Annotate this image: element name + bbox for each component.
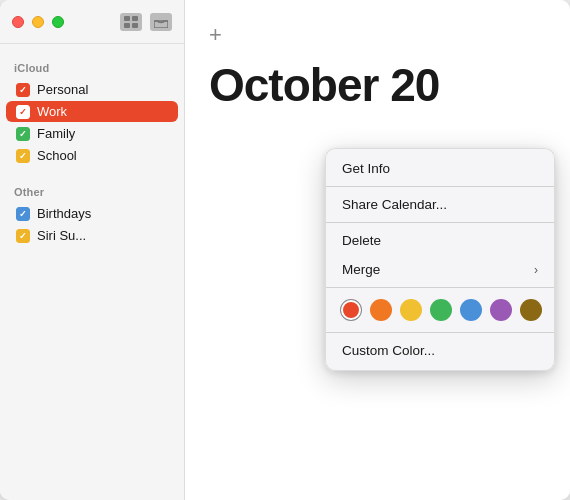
checkmark-icon: ✓ — [19, 129, 27, 139]
maximize-button[interactable] — [52, 16, 64, 28]
color-purple-button[interactable] — [490, 299, 512, 321]
chevron-right-icon: › — [534, 263, 538, 277]
menu-separator-3 — [326, 287, 554, 288]
sidebar-item-school[interactable]: ✓ School — [6, 145, 178, 166]
family-checkbox[interactable]: ✓ — [16, 127, 30, 141]
menu-item-get-info[interactable]: Get Info — [326, 154, 554, 183]
menu-item-custom-color-label: Custom Color... — [342, 343, 435, 358]
sidebar-item-family[interactable]: ✓ Family — [6, 123, 178, 144]
menu-item-merge[interactable]: Merge › — [326, 255, 554, 284]
app-window: iCloud ✓ Personal ✓ Work ✓ Family — [0, 0, 570, 500]
menu-separator-1 — [326, 186, 554, 187]
personal-label: Personal — [37, 82, 88, 97]
svg-rect-2 — [124, 23, 130, 28]
sidebar-item-birthdays[interactable]: ✓ Birthdays — [6, 203, 178, 224]
color-yellow-button[interactable] — [400, 299, 422, 321]
titlebar-icons — [120, 13, 172, 31]
color-picker-row — [326, 291, 554, 329]
sidebar: iCloud ✓ Personal ✓ Work ✓ Family — [0, 0, 185, 500]
menu-separator-2 — [326, 222, 554, 223]
family-label: Family — [37, 126, 75, 141]
work-checkbox[interactable]: ✓ — [16, 105, 30, 119]
siri-checkbox[interactable]: ✓ — [16, 229, 30, 243]
school-checkbox[interactable]: ✓ — [16, 149, 30, 163]
birthdays-checkbox[interactable]: ✓ — [16, 207, 30, 221]
menu-item-share-calendar[interactable]: Share Calendar... — [326, 190, 554, 219]
color-red-button[interactable] — [340, 299, 362, 321]
work-label: Work — [37, 104, 67, 119]
personal-checkbox[interactable]: ✓ — [16, 83, 30, 97]
checkmark-icon: ✓ — [19, 231, 27, 241]
school-label: School — [37, 148, 77, 163]
close-button[interactable] — [12, 16, 24, 28]
icloud-section-label: iCloud — [0, 52, 184, 78]
menu-item-custom-color[interactable]: Custom Color... — [326, 336, 554, 365]
sidebar-item-personal[interactable]: ✓ Personal — [6, 79, 178, 100]
color-green-button[interactable] — [430, 299, 452, 321]
add-event-button[interactable]: + — [209, 22, 222, 48]
menu-separator-4 — [326, 332, 554, 333]
main-content: + October 20 Get Info Share Calendar... … — [185, 0, 570, 500]
context-menu: Get Info Share Calendar... Delete Merge … — [325, 148, 555, 371]
main-header: + — [209, 20, 546, 48]
minimize-button[interactable] — [32, 16, 44, 28]
titlebar — [0, 0, 184, 44]
siri-label: Siri Su... — [37, 228, 86, 243]
month-title: October 20 — [209, 58, 546, 112]
svg-rect-3 — [132, 23, 138, 28]
checkmark-icon: ✓ — [19, 151, 27, 161]
checkmark-icon: ✓ — [19, 209, 27, 219]
sidebar-content: iCloud ✓ Personal ✓ Work ✓ Family — [0, 44, 184, 500]
menu-item-delete-label: Delete — [342, 233, 381, 248]
menu-item-share-label: Share Calendar... — [342, 197, 447, 212]
sidebar-item-siri[interactable]: ✓ Siri Su... — [6, 225, 178, 246]
sidebar-item-work[interactable]: ✓ Work — [6, 101, 178, 122]
svg-rect-0 — [124, 16, 130, 21]
grid-view-icon[interactable] — [120, 13, 142, 31]
menu-item-delete[interactable]: Delete — [326, 226, 554, 255]
color-blue-button[interactable] — [460, 299, 482, 321]
color-brown-button[interactable] — [520, 299, 542, 321]
checkmark-icon: ✓ — [19, 85, 27, 95]
inbox-icon[interactable] — [150, 13, 172, 31]
menu-item-merge-label: Merge — [342, 262, 380, 277]
color-orange-button[interactable] — [370, 299, 392, 321]
other-section-label: Other — [0, 176, 184, 202]
checkmark-icon: ✓ — [19, 107, 27, 117]
birthdays-label: Birthdays — [37, 206, 91, 221]
svg-rect-1 — [132, 16, 138, 21]
menu-item-get-info-label: Get Info — [342, 161, 390, 176]
